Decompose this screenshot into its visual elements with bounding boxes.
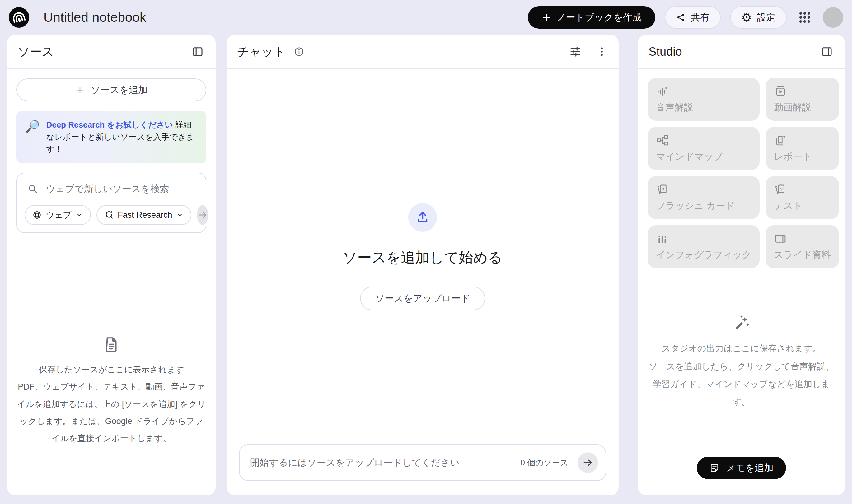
sources-panel-header: ソース: [7, 35, 216, 69]
chat-panel-title: チャット: [237, 44, 286, 60]
studio-tool-grid: 音声解説 動画解説 マインドマップ: [648, 78, 835, 268]
tool-slides[interactable]: スライド資料: [766, 225, 839, 268]
search-row: [24, 181, 198, 195]
tool-label: テスト: [774, 199, 831, 212]
sources-empty-body: PDF、ウェブサイト、テキスト、動画、音声ファイルを追加するには、上の [ソース…: [17, 378, 206, 447]
notebooklm-logo-icon[interactable]: [9, 7, 29, 28]
studio-empty-state: スタジオの出力はここに保存されます。 ソースを追加したら、クリックして音声解説、…: [648, 268, 835, 457]
report-icon: [774, 134, 831, 147]
info-icon[interactable]: [293, 46, 305, 57]
studio-empty-text: スタジオの出力はここに保存されます。 ソースを追加したら、クリックして音声解説、…: [648, 339, 835, 411]
add-note-button[interactable]: メモを追加: [697, 457, 786, 479]
tool-label: マインドマップ: [656, 150, 751, 163]
avatar[interactable]: [823, 7, 843, 28]
send-button[interactable]: [578, 452, 598, 473]
svg-text:?: ?: [780, 187, 783, 192]
web-search-card: ウェブ Fast Research: [17, 173, 206, 233]
source-count: 0 個のソース: [520, 457, 568, 468]
upload-source-label: ソースをアップロード: [375, 292, 470, 305]
chevron-down-icon: [75, 211, 83, 219]
sources-empty-text: 保存したソースがここに表示されます PDF、ウェブサイト、テキスト、動画、音声フ…: [17, 361, 206, 447]
main-area: ソース ソースを追加 🔎 Deep Research をお試しください 詳細なレ…: [0, 35, 852, 500]
upload-source-button[interactable]: ソースをアップロード: [360, 287, 485, 310]
chat-input-bar: 0 個のソース: [239, 444, 606, 481]
sources-body: ソースを追加 🔎 Deep Research をお試しください 詳細なレポートと…: [7, 69, 216, 495]
tool-label: 動画解説: [774, 101, 831, 114]
web-source-chip[interactable]: ウェブ: [24, 205, 91, 225]
quiz-icon: ?: [774, 183, 831, 197]
tool-report[interactable]: レポート: [766, 127, 839, 170]
tool-quiz[interactable]: ? テスト: [766, 176, 839, 219]
send-arrow-icon: [582, 457, 594, 469]
tool-video-overview[interactable]: 動画解説: [766, 78, 839, 121]
add-source-label: ソースを追加: [91, 84, 147, 96]
chat-more-menu-button[interactable]: [596, 46, 608, 58]
chevron-down-icon: [176, 211, 184, 219]
studio-panel-title: Studio: [649, 45, 682, 58]
studio-panel-header: Studio: [638, 35, 845, 69]
tool-label: インフォグラフィック: [656, 249, 751, 261]
collapse-studio-panel-button[interactable]: [819, 44, 834, 59]
notebook-title[interactable]: Untitled notebook: [43, 10, 146, 25]
add-source-button[interactable]: ソースを追加: [17, 78, 206, 102]
magnifier-emoji-icon: 🔎: [25, 119, 40, 134]
chat-panel: チャット ソースを追加して始める ソースをアップロード: [227, 35, 619, 495]
search-icon: [27, 183, 38, 195]
sources-empty-state: 保存したソースがここに表示されます PDF、ウェブサイト、テキスト、動画、音声フ…: [17, 336, 206, 447]
tool-label: スライド資料: [774, 249, 831, 261]
header-actions: ノートブックを作成 共有 ⚙ 設定: [528, 6, 843, 29]
chat-settings-button[interactable]: [569, 45, 582, 58]
deep-research-banner[interactable]: 🔎 Deep Research をお試しください 詳細なレポートと新しいソースを…: [17, 111, 206, 163]
studio-panel: Studio 音声解説 動画解説: [638, 35, 845, 495]
audio-overview-icon: [656, 85, 751, 98]
tool-label: フラッシュ カード: [656, 199, 751, 212]
apps-grid-icon[interactable]: [796, 9, 813, 26]
tool-audio-overview[interactable]: 音声解説: [648, 78, 760, 121]
studio-body: 音声解説 動画解説 マインドマップ: [638, 69, 845, 495]
flashcards-icon: [656, 183, 751, 197]
studio-empty-line1: スタジオの出力はここに保存されます。: [648, 339, 835, 357]
create-notebook-label: ノートブックを作成: [556, 11, 642, 24]
share-label: 共有: [691, 11, 709, 24]
tool-mind-map[interactable]: マインドマップ: [648, 127, 760, 170]
create-notebook-button[interactable]: ノートブックを作成: [528, 6, 655, 29]
mind-map-icon: [656, 134, 751, 147]
submit-search-button[interactable]: [197, 205, 208, 225]
fast-research-label: Fast Research: [118, 210, 172, 220]
plus-icon: [542, 13, 551, 22]
top-header: Untitled notebook ノートブックを作成 共有 ⚙ 設定: [0, 0, 852, 35]
infographic-icon: [656, 232, 751, 246]
upload-circle[interactable]: [408, 203, 437, 232]
web-search-input[interactable]: [46, 183, 196, 194]
chat-input[interactable]: [250, 457, 511, 468]
tool-label: レポート: [774, 150, 831, 163]
tool-label: 音声解説: [656, 101, 751, 114]
deep-research-link[interactable]: Deep Research をお試しください: [46, 120, 173, 129]
document-icon: [102, 336, 120, 354]
video-overview-icon: [774, 85, 831, 98]
tool-infographic[interactable]: インフォグラフィック: [648, 225, 760, 268]
share-button[interactable]: 共有: [665, 6, 721, 29]
sources-panel: ソース ソースを追加 🔎 Deep Research をお試しください 詳細なレ…: [7, 35, 216, 495]
sources-empty-title: 保存したソースがここに表示されます: [17, 361, 206, 378]
plus-icon: [75, 85, 85, 94]
slides-icon: [774, 232, 831, 246]
add-note-label: メモを追加: [726, 462, 773, 474]
fast-research-icon: [104, 210, 114, 220]
search-options-row: ウェブ Fast Research: [24, 205, 198, 225]
settings-button[interactable]: ⚙ 設定: [730, 6, 787, 29]
chat-panel-header: チャット: [227, 35, 619, 69]
tool-flashcards[interactable]: フラッシュ カード: [648, 176, 760, 219]
collapse-sources-panel-button[interactable]: [190, 44, 205, 59]
arrow-right-icon: [197, 210, 208, 220]
chat-empty-state: ソースを追加して始める ソースをアップロード: [227, 69, 619, 444]
add-note-wrap: メモを追加: [648, 457, 835, 495]
chat-header-actions: [569, 45, 608, 58]
fast-research-chip[interactable]: Fast Research: [96, 205, 192, 225]
upload-icon: [415, 210, 430, 225]
chat-empty-heading: ソースを追加して始める: [343, 248, 502, 267]
share-icon: [676, 13, 686, 22]
sources-panel-title: ソース: [18, 44, 54, 60]
deep-research-text: Deep Research をお試しください 詳細なレポートと新しいソースを入手…: [46, 119, 198, 155]
web-chip-label: ウェブ: [46, 210, 72, 220]
